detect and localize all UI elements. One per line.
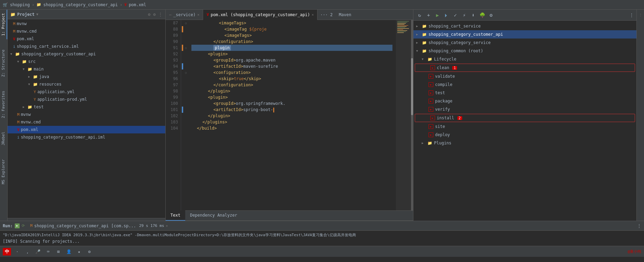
java-icon: 📁 <box>33 75 38 79</box>
ime-settings-btn[interactable]: ⚙ <box>85 248 93 255</box>
tree-item-main[interactable]: ▼ 📁 main <box>8 65 165 73</box>
maven-download-btn[interactable]: ⬇ <box>470 12 477 19</box>
pom2-label: pom.xml <box>21 127 38 132</box>
maven-item-install[interactable]: ▶ install 2 <box>415 114 635 122</box>
tree-item-category-folder[interactable]: ▼ 📁 shopping_category_customer_api <box>8 50 165 58</box>
maven-item-package[interactable]: ▶ package <box>413 97 636 105</box>
maven-skip-btn[interactable]: ✓ <box>452 12 459 19</box>
ime-period-btn[interactable]: · <box>13 248 21 255</box>
maven-offline-btn[interactable]: ⚡ <box>461 12 468 19</box>
tab-structure[interactable]: Z: Structure <box>0 46 7 80</box>
maven-arrow-cat-api: ▶ <box>416 33 420 36</box>
maven-item-category-api[interactable]: ▶ 📁 shopping_category_customer_api <box>413 30 636 39</box>
breadcrumb-category[interactable]: shopping_category_customer_api <box>43 2 118 7</box>
tree-item-mvnw-cmd-1[interactable]: M mvnw.cmd <box>8 28 165 35</box>
maven-item-cart-service[interactable]: ▶ 📁 shopping_cart_service <box>413 22 636 30</box>
pom1-label: pom.xml <box>17 36 34 41</box>
maven-label-cat-svc: shopping_category_service <box>429 40 491 45</box>
tab-more[interactable]: ··· 2 <box>318 12 335 17</box>
tree-item-mvnw-2[interactable]: M mvnw <box>8 111 165 118</box>
ime-grid-btn[interactable]: ⊞ <box>54 248 63 255</box>
tree-item-pom-2[interactable]: V pom.xml <box>8 126 165 133</box>
maven-item-site[interactable]: ▶ site <box>413 122 636 131</box>
tab-service-icon: — <box>169 12 171 17</box>
maven-run-icon-install: ▶ <box>430 116 435 120</box>
ime-comma-btn[interactable]: , <box>23 248 32 255</box>
breadcrumb-file[interactable]: pom.xml <box>129 2 146 7</box>
maven-item-verify[interactable]: ▶ verify <box>413 105 636 113</box>
maven-item-clean[interactable]: ▶ clean 1 <box>415 64 635 72</box>
tree-item-java[interactable]: ▶ 📁 java <box>8 73 165 80</box>
maven-item-compile[interactable]: ▶ compile <box>413 80 636 89</box>
tree-item-src[interactable]: ▼ 📁 src <box>8 58 165 65</box>
right-more-btn[interactable]: ⋮ <box>637 11 644 18</box>
ime-star-btn[interactable]: ★ <box>75 248 83 255</box>
maven-item-plugins[interactable]: ▶ 📁 Plugins <box>413 139 636 147</box>
code-content-102: </plugin> <box>208 113 230 119</box>
run-tab[interactable]: M shopping_category_customer_api [com.sp… <box>27 221 171 231</box>
maven-run-btn[interactable]: ▶ <box>434 12 441 19</box>
run-tab-icon: M <box>30 223 33 228</box>
run-more-btn[interactable]: ⋮ <box>637 223 641 228</box>
run-play-btn[interactable]: ▶ <box>15 223 20 228</box>
maven-item-test[interactable]: ▶ test <box>413 89 636 97</box>
maven-refresh-btn[interactable]: ↻ <box>416 12 423 19</box>
run-panel: Run: ▶ ⟳ M shopping_category_customer_ap… <box>0 221 644 262</box>
run-command-text: "D:\javaIDEA2019\IntelliJ IDEA 2019.3.3\… <box>3 232 356 238</box>
maven-item-deploy[interactable]: ▶ deploy <box>413 131 636 139</box>
minimap[interactable] <box>396 20 413 210</box>
maven-item-common[interactable]: ▼ 📁 shopping_common (root) <box>413 47 636 55</box>
code-editor[interactable]: <imageTags> <imageTag ${proje <imageTags… <box>188 20 396 210</box>
tree-item-app-prod-yml[interactable]: Y application-prod.yml <box>8 96 165 103</box>
maven-item-validate[interactable]: ▶ validate <box>413 72 636 80</box>
project-more-icon[interactable]: ⋮ <box>158 12 163 17</box>
pom1-icon: V <box>13 37 15 41</box>
tab-maven[interactable]: Maven <box>335 12 355 17</box>
tab-dependency-analyzer[interactable]: Dependency Analyzer <box>185 210 242 221</box>
maven-add-btn[interactable]: + <box>425 12 432 19</box>
bottom-tabs: Text Dependency Analyzer <box>166 210 413 221</box>
maven-item-lifecycle[interactable]: ▼ 📁 Lifecycle <box>413 55 636 63</box>
maven-tree-btn[interactable]: 🌳 <box>479 12 486 19</box>
maven-more-btn[interactable]: ⋮ <box>630 13 634 18</box>
tab-jrebel[interactable]: JRebel <box>0 128 7 149</box>
maven-folder-common: 📁 <box>422 49 427 53</box>
ime-people-btn[interactable]: 👤 <box>65 248 73 255</box>
project-settings-icon[interactable]: ⚙ <box>148 12 151 17</box>
tree-item-test[interactable]: ▶ 📁 test <box>8 103 165 111</box>
tree-item-iml-2[interactable]: i shopping_category_customer_api.iml <box>8 133 165 141</box>
minimap-scrollbar[interactable] <box>411 20 413 210</box>
maven-label-lifecycle: Lifecycle <box>434 57 456 62</box>
maven-tree: ▶ 📁 shopping_cart_service ▶ 📁 shopping_c… <box>413 21 636 221</box>
minimap-thumb[interactable] <box>411 58 413 115</box>
maven-settings-btn[interactable]: ⚙ <box>488 12 495 19</box>
ime-mic-btn[interactable]: 🎤 <box>34 248 42 255</box>
tab-pom-close[interactable]: ✕ <box>312 13 314 17</box>
category-folder-icon: 📁 <box>15 52 20 56</box>
ime-chinese-btn[interactable]: 中 <box>3 248 11 255</box>
breadcrumb-arrow1: › <box>32 2 34 7</box>
tree-item-app-yml[interactable]: Y application.yml <box>8 88 165 96</box>
ime-keyboard-btn[interactable]: ⌨ <box>44 248 52 255</box>
tab-service[interactable]: — _service) ✕ <box>166 10 203 20</box>
breadcrumb-shopping[interactable]: shopping <box>10 2 30 7</box>
tree-item-pom-1[interactable]: V pom.xml <box>8 35 165 43</box>
tab-project[interactable]: 1: Project <box>0 10 7 39</box>
project-gear-icon[interactable]: ⚙ <box>153 12 156 17</box>
tree-item-resources[interactable]: ▼ 📁 resources <box>8 80 165 88</box>
tree-item-mvnw-1[interactable]: M mvnw <box>8 20 165 28</box>
tree-item-iml-1[interactable]: i shopping_cart_service.iml <box>8 43 165 50</box>
run-tab-close[interactable]: ✕ <box>166 224 168 228</box>
tab-favorites[interactable]: 2: Favorites <box>0 87 7 121</box>
tab-ms-explorer[interactable]: MS Explorer <box>0 156 7 188</box>
project-arrow[interactable]: ▼ <box>36 12 38 16</box>
tree-item-mvnw-cmd-2[interactable]: M mvnw.cmd <box>8 118 165 126</box>
mvnw-label: mvnw <box>17 21 27 26</box>
tab-text[interactable]: Text <box>166 210 185 221</box>
maven-run-icon-validate: ▶ <box>429 74 433 79</box>
maven-item-cat-service[interactable]: ▶ 📁 shopping_category_service <box>413 39 636 47</box>
tab-pom-xml[interactable]: V pom.xml (shopping_category_customer_ap… <box>203 10 318 20</box>
maven-debug-btn[interactable]: ⏵ <box>443 12 450 19</box>
project-panel-scrollbar[interactable] <box>8 218 165 221</box>
tab-service-close[interactable]: ✕ <box>197 13 199 17</box>
